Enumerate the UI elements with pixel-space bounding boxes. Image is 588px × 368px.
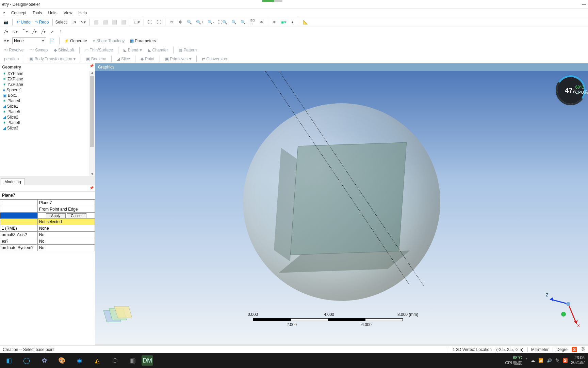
arrow-cursor-icon[interactable]: ↖▾ (79, 18, 87, 26)
pin-icon[interactable]: 📌 (89, 64, 94, 68)
cursor-icon[interactable]: ⬚▾ (69, 18, 78, 26)
det-v4[interactable]: None (38, 225, 95, 232)
ruler-icon[interactable]: 📐 (301, 18, 309, 26)
menu-file[interactable]: e (3, 11, 5, 15)
det-v7[interactable]: No (38, 245, 95, 251)
zoom-out-icon[interactable]: 🔍- (206, 18, 215, 26)
tray-clock[interactable]: 23:06 2021/9/ (571, 356, 585, 365)
taskbar-app-3[interactable]: ✿ (35, 353, 53, 368)
menu-help[interactable]: Help (79, 11, 87, 15)
tray-ime[interactable]: 英 (555, 358, 559, 364)
sel-vertex-icon[interactable]: ⬜ (92, 18, 100, 26)
tree-item-plane6[interactable]: ✶ Plane6 (2, 120, 95, 125)
pattern-button[interactable]: ▦ Pattern (177, 47, 199, 53)
undo-button[interactable]: ↶ Undo (15, 18, 32, 26)
tree-item-plane4[interactable]: ✶ Plane4 (2, 98, 95, 104)
generate-button[interactable]: ⚡ Generate (63, 37, 88, 45)
det-v3[interactable]: Not selected (38, 219, 95, 225)
zoom-fit-icon[interactable]: ⛶🔍 (217, 18, 229, 26)
menu-tools[interactable]: Tools (32, 11, 42, 15)
taskbar-app-dm[interactable]: DM (142, 355, 153, 366)
sketch-icon[interactable]: 📄 (48, 37, 56, 45)
det-v2[interactable]: Apply Cancel (38, 213, 95, 219)
conversion-button[interactable]: ⇄ Conversion (200, 56, 229, 62)
taskbar-app-7[interactable]: ⬡ (106, 353, 124, 368)
det-v5[interactable]: No (38, 232, 95, 238)
tree-item-slice1[interactable]: ◢ Slice1 (2, 104, 95, 109)
display-points-icon[interactable]: ● (289, 18, 296, 26)
apply-button[interactable]: Apply (46, 213, 66, 218)
spline-tool-icon[interactable]: ∿▾ (11, 28, 19, 35)
new-plane-icon[interactable]: ✶▾ (2, 37, 10, 45)
ime-badge[interactable]: S (572, 347, 577, 352)
taskbar-app-8[interactable]: ▥ (124, 353, 142, 368)
tray-sogou-icon[interactable]: S (563, 358, 568, 363)
sel-body-icon[interactable]: ⬜ (120, 18, 128, 26)
point-button[interactable]: ◆ Point (138, 56, 156, 62)
chamfer-button[interactable]: ◣ Chamfer (146, 47, 170, 53)
line2-tool-icon[interactable]: ╱▾ (31, 28, 38, 35)
zoom-box-icon[interactable]: 🔍 (185, 18, 193, 26)
cube-body[interactable] (290, 142, 407, 255)
tree-item-slice2[interactable]: ◢ Slice2 (2, 114, 95, 120)
primitives-button[interactable]: ▣ Primitives ▾ (163, 56, 193, 62)
sel-edge-icon[interactable]: ⬜ (101, 18, 109, 26)
pin-icon[interactable]: 📌 (89, 186, 94, 190)
axis-triad[interactable]: Z X (544, 290, 581, 328)
sel-face-icon[interactable]: ⬜ (111, 18, 118, 26)
menu-concept[interactable]: Concept (11, 11, 27, 15)
tab-modeling[interactable]: Modeling (1, 178, 25, 185)
parameters-button[interactable]: ▦ Parameters (129, 37, 157, 45)
plane-widget[interactable] (100, 306, 131, 331)
skin-loft-button[interactable]: ◆ Skin/Loft (52, 47, 76, 53)
plane-dropdown[interactable]: None▼ (12, 37, 46, 44)
det-v6[interactable]: No (38, 238, 95, 245)
tree-scrollbar[interactable]: ▲ ▼ (89, 71, 95, 176)
boolean-button[interactable]: ▣ Boolean (84, 56, 108, 62)
line4-tool-icon[interactable]: ↗ (48, 28, 56, 35)
revolve-button[interactable]: ⟲ Revolve (2, 47, 26, 53)
thin-surface-button[interactable]: ▭ Thin/Surface (83, 47, 115, 53)
box-select-icon[interactable]: ⬚▾ (133, 18, 141, 26)
blend-button[interactable]: ◣ Blend ▾ (121, 47, 144, 53)
curve-tool-icon[interactable]: ⌇ (57, 28, 65, 35)
look-at-icon[interactable]: 👁 (258, 18, 265, 26)
tree-item-xyplane[interactable]: ✶ XYPlane (2, 71, 95, 76)
iso-icon[interactable]: ISO⬚ (248, 18, 257, 26)
det-v1[interactable]: From Point and Edge (38, 206, 95, 213)
line-tool-icon[interactable]: ╱▾ (2, 28, 10, 35)
extend-sel2-icon[interactable]: ⛶ (155, 18, 163, 26)
tree-item-plane5[interactable]: ✶ Plane5 (2, 109, 95, 114)
menu-units[interactable]: Units (48, 11, 57, 15)
tree-item-box1[interactable]: ▣ Box1 (2, 93, 95, 98)
taskbar-app-1[interactable]: ◧ (0, 353, 18, 368)
tree-item-sphere1[interactable]: ● Sphere1 (2, 87, 95, 93)
tree-item-slice3[interactable]: ◢ Slice3 (2, 125, 95, 131)
tray-cloud-icon[interactable]: ☁ (531, 358, 535, 363)
taskbar-app-ansys[interactable]: ◭ (88, 353, 106, 368)
display-model-icon[interactable]: ◉▾ (279, 18, 288, 26)
tray-volume-icon[interactable]: 🔊 (547, 358, 552, 363)
tree-item-zxplane[interactable]: ✶ ZXPlane (2, 76, 95, 82)
redo-button[interactable]: ↷ Redo (33, 18, 50, 26)
taskbar-app-5[interactable]: ◉ (71, 353, 88, 368)
rotate-icon[interactable]: ⟲ (168, 18, 175, 26)
line3-tool-icon[interactable]: ╱▾ (39, 28, 47, 35)
magnifier-icon[interactable]: 🔍 (239, 18, 247, 26)
tree-item-yzplane[interactable]: ✶ YZPlane (2, 82, 95, 87)
ime-lang[interactable]: 英 (581, 347, 585, 352)
det-v0[interactable]: Plane7 (38, 200, 95, 206)
zoom-sheet-icon[interactable]: 🔍 (230, 18, 238, 26)
cancel-button[interactable]: Cancel (67, 213, 86, 218)
minimize-button[interactable]: — (582, 2, 586, 7)
display-plane-icon[interactable]: ✶ (271, 18, 278, 26)
body-transform-button[interactable]: ▣ Body Transformation ▾ (27, 56, 78, 62)
taskbar-app-edge[interactable]: ◯ (18, 353, 35, 368)
extend-sel-icon[interactable]: ⛶ (146, 18, 154, 26)
tray-chevron-icon[interactable]: ˄ (525, 358, 527, 363)
viewport[interactable]: 47% 68°C CPU温 0.000 4.000 8.000 (mm) 2.0… (95, 71, 588, 344)
menu-view[interactable]: View (64, 11, 72, 15)
taskbar-app-4[interactable]: 🎨 (53, 353, 71, 368)
arc-tool-icon[interactable]: ⌒▾ (20, 28, 29, 35)
zoom-in-icon[interactable]: 🔍+ (195, 18, 205, 26)
